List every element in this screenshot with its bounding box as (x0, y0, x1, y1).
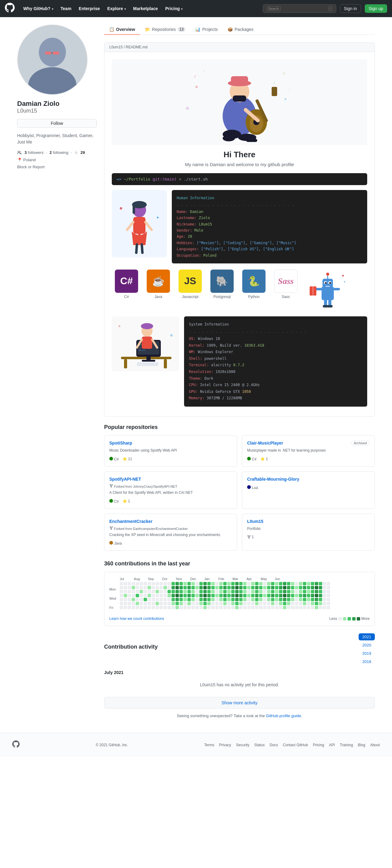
contribution-day (247, 606, 251, 609)
profile-guide-link[interactable]: GitHub profile guide (266, 713, 301, 718)
footer-terms[interactable]: Terms (204, 743, 214, 747)
footer-contact[interactable]: Contact GitHub (283, 743, 308, 747)
footer-docs[interactable]: Docs (270, 743, 278, 747)
year-2018-button[interactable]: 2018 (359, 658, 375, 665)
contribution-day (160, 594, 163, 597)
nav-pricing[interactable]: Pricing ▾ (164, 4, 184, 13)
repo-clair: Clair-MusicPlayer Archived Musicplayer m… (242, 435, 375, 467)
year-2021-button[interactable]: 2021 (359, 633, 375, 640)
contribution-day (211, 606, 215, 609)
tab-packages[interactable]: 📦 Packages (223, 25, 258, 35)
contribution-week (239, 582, 243, 614)
repos-tab-icon: 📁 (145, 27, 150, 32)
repo-name-l0um15[interactable]: L0um15 (247, 519, 263, 524)
footer-about[interactable]: About (370, 743, 380, 747)
year-2019-button[interactable]: 2019 (359, 650, 375, 657)
contribution-day (255, 590, 258, 593)
contribution-day (124, 606, 127, 609)
tab-projects[interactable]: 📊 Projects (190, 25, 223, 35)
contribution-day (275, 594, 278, 597)
footer-pricing[interactable]: Pricing (313, 743, 324, 747)
nav-why-github[interactable]: Why GitHub? ▾ (22, 4, 55, 13)
nav-enterprise[interactable]: Enterprise (78, 4, 101, 13)
footer-blog[interactable]: Blog (358, 743, 365, 747)
svg-point-45 (325, 282, 327, 284)
block-report-link[interactable]: Block or Report (17, 165, 97, 169)
contribution-day (271, 598, 274, 601)
contribution-day (251, 606, 254, 609)
contribution-day (215, 582, 219, 585)
svg-point-70 (141, 323, 153, 329)
show-more-activity-button[interactable]: Show more activity (104, 697, 375, 709)
footer-security[interactable]: Security (236, 743, 249, 747)
svg-point-37 (120, 207, 122, 210)
contribution-day (267, 594, 271, 597)
nav-explore[interactable]: Explore ▾ (106, 4, 127, 13)
repo-name-enchantment[interactable]: EnchantmentCracker (109, 519, 152, 524)
contribution-week (287, 582, 290, 614)
repo-name-clair[interactable]: Clair-MusicPlayer (247, 441, 283, 445)
following-link[interactable]: 2 following (50, 150, 68, 155)
contribution-day (267, 602, 271, 605)
contribution-day (156, 602, 159, 605)
svg-rect-58 (121, 357, 171, 359)
nav-search-box[interactable]: Search / (263, 4, 336, 13)
contribution-day (207, 582, 211, 585)
contribution-day (307, 598, 310, 601)
legend-cell-3 (352, 617, 356, 620)
footer-privacy[interactable]: Privacy (219, 743, 231, 747)
contribution-day (151, 590, 155, 593)
follow-button[interactable]: Follow (17, 119, 97, 128)
contribution-day (148, 602, 151, 605)
graph-footer: Learn how we count contributions Less Mo… (109, 617, 370, 621)
contribution-day (148, 606, 151, 609)
lang-dot-csharp2 (247, 457, 251, 461)
tab-repositories[interactable]: 📁 Repositories 13 (140, 25, 190, 35)
tab-overview[interactable]: 📋 Overview (104, 25, 140, 35)
contribution-day (275, 602, 278, 605)
contribution-day (315, 602, 318, 605)
contribution-day (160, 590, 163, 593)
svg-point-74 (118, 325, 120, 327)
contribution-day (140, 594, 143, 597)
contribution-week (211, 582, 215, 614)
footer-api[interactable]: API (329, 743, 335, 747)
contribution-day (124, 594, 127, 597)
worker-illustration: <html> .class C# C++ (112, 316, 179, 371)
contribution-day (267, 606, 271, 609)
signup-button[interactable]: Sign up (365, 4, 387, 13)
contribution-day (255, 606, 258, 609)
contribution-day (283, 590, 286, 593)
contribution-day (219, 586, 223, 589)
footer-status[interactable]: Status (254, 743, 264, 747)
contribution-day (263, 590, 267, 593)
contribution-day (168, 602, 171, 605)
footer-training[interactable]: Training (340, 743, 353, 747)
learn-contributions-link[interactable]: Learn how we count contributions (109, 617, 164, 621)
profile-guide-text: Seeing something unexpected? Take a look… (104, 713, 375, 718)
contribution-day (168, 586, 171, 589)
contribution-day (311, 606, 314, 609)
svg-rect-71 (142, 337, 152, 349)
nav-marketplace[interactable]: Marketplace (132, 4, 159, 13)
contribution-day (299, 590, 302, 593)
contribution-day (184, 586, 187, 589)
repo-name-spotisharp[interactable]: SpotiSharp (109, 441, 132, 445)
contribution-day (295, 602, 298, 605)
contribution-day (144, 590, 147, 593)
signin-button[interactable]: Sign in (340, 4, 361, 13)
svg-line-34 (145, 222, 151, 230)
repo-name-spotifyapi[interactable]: SpotifyAPI-NET (109, 477, 141, 482)
followers-link[interactable]: 3 followers (25, 150, 44, 155)
contribution-day (271, 590, 274, 593)
nav-team[interactable]: Team (59, 4, 73, 13)
contribution-day (175, 586, 179, 589)
contribution-week (156, 582, 159, 614)
svg-point-46 (329, 282, 331, 284)
contribution-day (227, 586, 231, 589)
repo-desc-spotifyapi: A Client for the Spotify Web API, writte… (109, 490, 232, 495)
repo-name-craftable[interactable]: Craftable-Mourning-Glory (247, 477, 299, 482)
year-2020-button[interactable]: 2020 (359, 642, 375, 649)
packages-tab-icon: 📦 (228, 27, 233, 32)
contribution-day (263, 606, 267, 609)
